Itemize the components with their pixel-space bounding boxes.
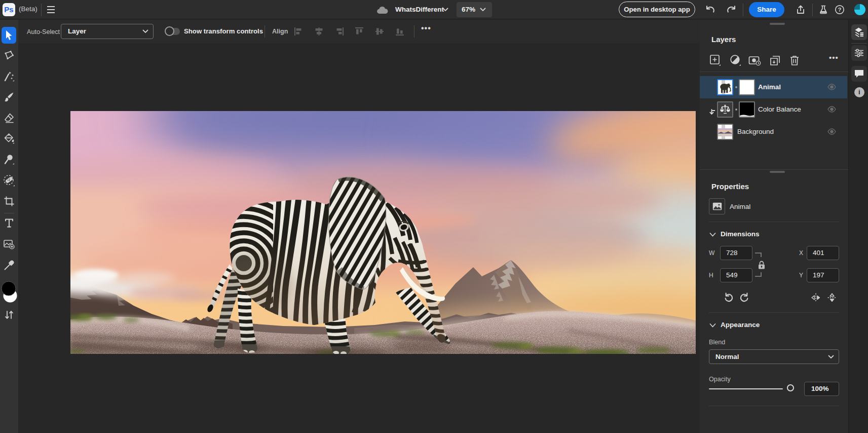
svg-text:?: ? [838,7,841,13]
